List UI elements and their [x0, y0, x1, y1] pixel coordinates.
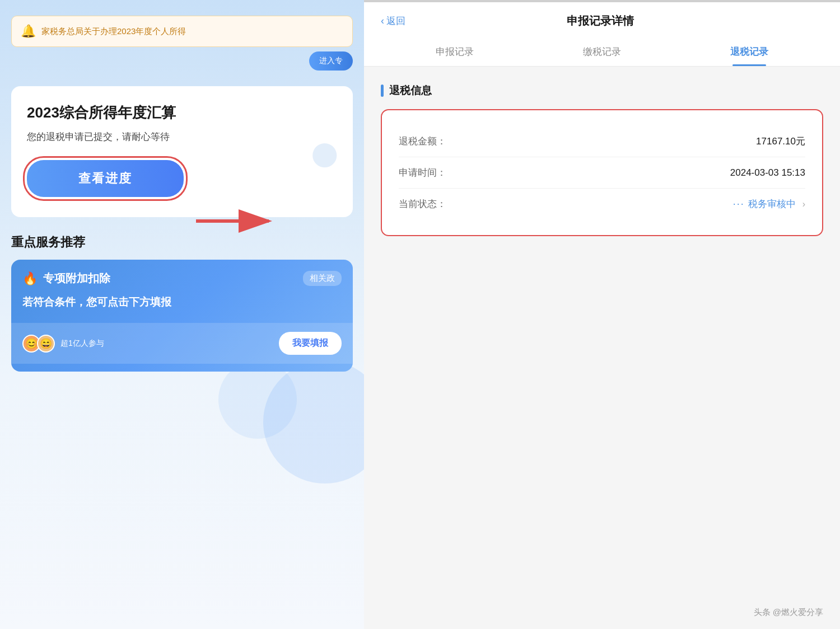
service-card-footer: 😊 😄 超1亿人参与 我要填报 — [11, 323, 353, 364]
watermark: 头条 @燃火爱分享 — [754, 607, 823, 618]
enter-button[interactable]: 进入专 — [309, 51, 353, 71]
chevron-left-icon: ‹ — [381, 15, 384, 27]
tabs-row: 申报记录 缴税记录 退税记录 — [381, 37, 823, 66]
policy-link[interactable]: 相关政 — [303, 271, 342, 286]
apply-time-value: 2024-03-03 15:13 — [730, 167, 805, 179]
tab-refund-record[interactable]: 退税记录 — [676, 37, 823, 66]
bell-icon: 🔔 — [21, 24, 36, 39]
avatar-group: 😊 😄 — [22, 335, 55, 353]
chevron-right-icon: › — [802, 199, 805, 209]
section-accent — [381, 85, 384, 97]
status-text: 税务审核中 — [748, 198, 796, 210]
main-card-subtitle: 您的退税申请已提交，请耐心等待 — [27, 130, 337, 143]
avatar-2: 😄 — [37, 335, 55, 353]
bg-decoration-2 — [218, 360, 297, 439]
service-card-title: 专项附加扣除 — [43, 271, 110, 286]
main-card: 2023综合所得年度汇算 您的退税申请已提交，请耐心等待 查看进度 ● — [11, 86, 353, 217]
refund-amount-row: 退税金额： 17167.10元 — [399, 126, 805, 157]
status-dots: ··· — [733, 198, 745, 210]
service-card: 🔥 专项附加扣除 相关政 若符合条件，您可点击下方填报 😊 😄 超1亿人参与 我… — [11, 260, 353, 372]
participant-count: 超1亿人参与 — [60, 339, 104, 349]
service-card-title-row: 🔥 专项附加扣除 — [22, 271, 110, 286]
header-nav: ‹ 返回 申报记录详情 — [381, 13, 823, 29]
arrow-right — [190, 207, 280, 237]
apply-time-label: 申请时间： — [399, 166, 446, 179]
page-title: 申报记录详情 — [414, 13, 786, 29]
right-header: ‹ 返回 申报记录详情 申报记录 缴税记录 退税记录 — [364, 2, 840, 67]
section-title: 重点服务推荐 — [11, 234, 353, 251]
notification-text: 家税务总局关于办理2023年度个人所得 — [41, 26, 186, 37]
service-card-description: 若符合条件，您可点击下方填报 — [22, 295, 342, 309]
fill-report-button[interactable]: 我要填报 — [279, 332, 342, 355]
refund-info-card: 退税金额： 17167.10元 申请时间： 2024-03-03 15:13 当… — [381, 109, 823, 236]
main-card-title: 2023综合所得年度汇算 — [27, 103, 337, 123]
view-progress-button[interactable]: 查看进度 — [27, 160, 184, 197]
tab-declaration-record[interactable]: 申报记录 — [381, 37, 528, 66]
tab-tax-payment-record[interactable]: 缴税记录 — [528, 37, 675, 66]
current-status-row[interactable]: 当前状态： ··· 税务审核中 › — [399, 189, 805, 219]
current-status-value: ··· 税务审核中 › — [733, 198, 805, 210]
card-decoration: ● — [308, 120, 342, 184]
back-label: 返回 — [386, 15, 405, 27]
section-header: 退税信息 — [381, 83, 823, 98]
apply-time-row: 申请时间： 2024-03-03 15:13 — [399, 157, 805, 189]
participant-info: 😊 😄 超1亿人参与 — [22, 335, 104, 353]
refund-amount-value: 17167.10元 — [756, 135, 805, 148]
service-card-header: 🔥 专项附加扣除 相关政 — [22, 271, 342, 286]
current-status-label: 当前状态： — [399, 198, 446, 210]
left-panel: 🔔 家税务总局关于办理2023年度个人所得 进入专 2023综合所得年度汇算 您… — [0, 0, 364, 629]
notification-bar: 🔔 家税务总局关于办理2023年度个人所得 — [11, 16, 353, 47]
right-content: 退税信息 退税金额： 17167.10元 申请时间： 2024-03-03 15… — [364, 67, 840, 629]
right-panel: ‹ 返回 申报记录详情 申报记录 缴税记录 退税记录 退税信息 退税金额： 17… — [364, 0, 840, 629]
section-label: 退税信息 — [389, 83, 432, 98]
fire-icon: 🔥 — [22, 271, 38, 286]
back-button[interactable]: ‹ 返回 — [381, 15, 405, 27]
refund-amount-label: 退税金额： — [399, 135, 446, 148]
